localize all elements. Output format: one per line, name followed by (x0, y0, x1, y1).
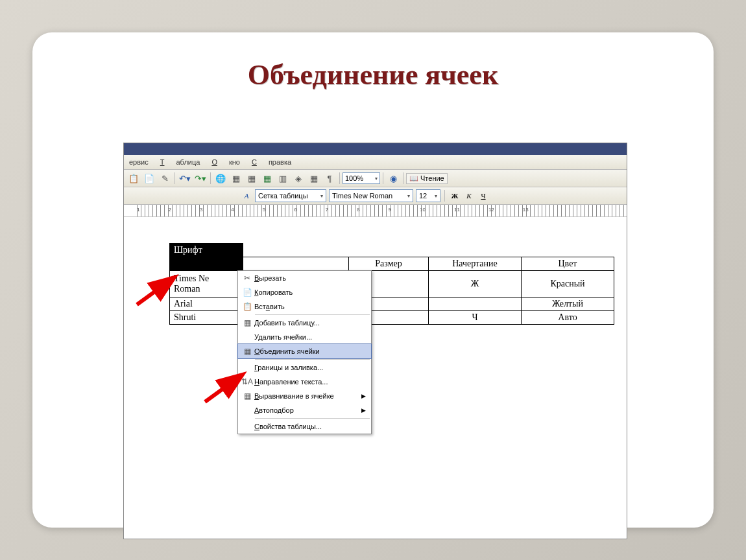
table-row: Шрифт (170, 244, 614, 257)
styles-icon[interactable]: A (241, 190, 252, 202)
insert-table-icon[interactable]: ▦ (245, 171, 259, 185)
cell-size-header[interactable]: Размер (349, 257, 429, 271)
ruler-mark: 5 (263, 207, 265, 213)
separator (383, 172, 383, 184)
cell-selected[interactable] (170, 257, 243, 271)
menu-borders-shading[interactable]: Границы и заливка... (238, 360, 371, 375)
horizontal-ruler[interactable]: 1 2 3 4 5 6 7 8 9 10 11 12 13 (124, 205, 627, 217)
columns-icon[interactable]: ▥ (276, 171, 290, 185)
menu-label: Свойства таблицы... (254, 423, 322, 430)
menu-copy[interactable]: 📄Копировать (238, 285, 371, 299)
redo-icon[interactable]: ↷▾ (193, 171, 208, 185)
slide-title: Объединение ячеек (32, 32, 714, 91)
menu-text-direction[interactable]: ⇅AНаправление текста... (238, 375, 371, 389)
ruler-mark: 2 (168, 207, 171, 213)
table-icon: ▦ (240, 318, 254, 327)
menu-paste[interactable]: 📋Вставить (238, 299, 371, 314)
help-icon[interactable]: ◉ (386, 171, 400, 185)
word-screenshot: ервис Таблица Окно Справка 📋 📄 ✎ ↶▾ ↷▾ 🌐… (123, 143, 627, 539)
menu-label: Копировать (254, 288, 293, 296)
table-row: Размер Начертание Цвет (170, 257, 614, 271)
cell-font-header[interactable]: Шрифт (170, 244, 243, 257)
cell-yellow[interactable]: Желтый (522, 298, 614, 311)
submenu-arrow-icon: ▶ (361, 393, 366, 399)
cell-bold[interactable]: Ж (429, 271, 522, 298)
zoom-combo[interactable]: 100% (343, 172, 380, 184)
cell-auto[interactable]: Авто (522, 311, 614, 325)
menu-separator (255, 418, 370, 419)
arrow-annotation-2 (202, 373, 254, 408)
tables-borders-icon[interactable]: ▦ (229, 171, 243, 185)
menu-cut[interactable]: ✂Вырезать (238, 271, 371, 285)
cell[interactable] (429, 298, 522, 311)
font-name-combo[interactable]: Times New Roman (329, 189, 413, 202)
menu-service[interactable]: ервис (129, 158, 149, 166)
menu-window[interactable]: Окно (211, 158, 240, 166)
reading-mode-button[interactable]: 📖 Чтение (406, 173, 448, 184)
menu-table[interactable]: Таблица (160, 158, 200, 166)
menu-label: Вырезать (254, 274, 286, 282)
standard-toolbar: 📋 📄 ✎ ↶▾ ↷▾ 🌐 ▦ ▦ ▦ ▥ ◈ ▦ ¶ 100% ◉ 📖 Чте… (124, 170, 627, 187)
menu-label: Удалить ячейки... (254, 333, 312, 341)
menu-label: Объединить ячейки (254, 347, 320, 355)
cell[interactable] (243, 244, 614, 257)
formatting-toolbar: A Сетка таблицы Times New Roman 12 Ж К Ч (124, 187, 627, 205)
svg-line-1 (205, 376, 241, 402)
cell-red[interactable]: Красный (522, 271, 614, 298)
context-menu[interactable]: ✂Вырезать 📄Копировать 📋Вставить ▦Добавит… (237, 270, 372, 434)
cell-underline[interactable]: Ч (429, 311, 522, 325)
table-row: Arial Желтый (170, 298, 614, 311)
drawing-icon[interactable]: ◈ (291, 171, 306, 185)
cell-font-shruti[interactable]: Shruti (170, 311, 243, 325)
bold-button[interactable]: Ж (449, 190, 461, 202)
ruler-mark: 1 (137, 207, 139, 213)
separator (210, 172, 211, 184)
menu-autofit[interactable]: Автоподбор▶ (238, 403, 371, 417)
hyperlink-icon[interactable]: 🌐 (213, 171, 228, 185)
menu-label: Автоподбор (254, 406, 294, 414)
italic-button[interactable]: К (463, 190, 475, 202)
ruler-mark: 11 (454, 207, 460, 213)
cell-style-header[interactable]: Начертание (429, 257, 522, 271)
ruler-mark: 7 (326, 207, 328, 213)
menu-label: Выравнивание в ячейке (254, 392, 334, 400)
ruler-mark: 13 (523, 207, 529, 213)
menu-separator (255, 314, 370, 315)
menu-help[interactable]: Справка (252, 158, 291, 166)
ruler-mark: 8 (357, 207, 359, 213)
menu-insert-table[interactable]: ▦Добавить таблицу... (238, 316, 371, 330)
cell-color-header[interactable]: Цвет (522, 257, 614, 271)
excel-icon[interactable]: ▦ (260, 171, 274, 185)
docmap-icon[interactable]: ▦ (307, 171, 321, 185)
merge-icon: ▦ (240, 347, 254, 356)
menu-label: Границы и заливка... (254, 364, 323, 371)
menu-cell-alignment[interactable]: ▦Выравнивание в ячейке▶ (238, 389, 371, 403)
separator (174, 172, 175, 184)
ruler-mark: 12 (488, 207, 494, 213)
document-table[interactable]: Шрифт Размер Начертание Цвет Times NeRom… (169, 243, 614, 325)
undo-icon[interactable]: ↶▾ (178, 171, 192, 185)
svg-line-0 (137, 279, 173, 305)
submenu-arrow-icon: ▶ (361, 407, 366, 414)
show-marks-icon[interactable]: ¶ (322, 171, 337, 185)
style-combo[interactable]: Сетка таблицы (255, 189, 326, 202)
format-painter-icon[interactable]: ✎ (158, 171, 172, 185)
menu-merge-cells[interactable]: ▦Объединить ячейки (237, 344, 372, 359)
paste-icon[interactable]: 📋 (126, 171, 141, 185)
menu-delete-cells[interactable]: Удалить ячейки... (238, 330, 371, 344)
menubar[interactable]: ервис Таблица Окно Справка (124, 155, 627, 170)
cell[interactable] (243, 257, 349, 271)
font-size-combo[interactable]: 12 (416, 189, 440, 202)
clipboard-icon[interactable]: 📄 (142, 171, 156, 185)
table-row: Shruti Ч Авто (170, 311, 614, 325)
reading-label: Чтение (420, 174, 444, 182)
separator (403, 172, 403, 184)
document-area[interactable]: Шрифт Размер Начертание Цвет Times NeRom… (124, 217, 627, 539)
underline-button[interactable]: Ч (477, 190, 489, 202)
copy-icon: 📄 (240, 288, 254, 297)
presentation-slide: Объединение ячеек ервис Таблица Окно Спр… (32, 32, 714, 528)
menu-table-properties[interactable]: Свойства таблицы... (238, 419, 371, 434)
paste-icon: 📋 (240, 302, 254, 311)
ruler-mark: 9 (389, 207, 391, 213)
ruler-mark: 3 (200, 207, 202, 213)
